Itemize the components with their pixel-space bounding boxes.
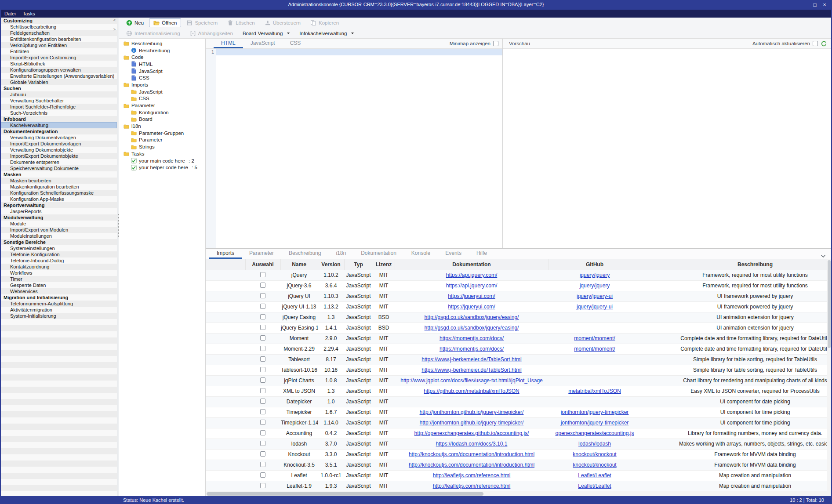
github-link[interactable]: jquery/jquery [580,272,610,278]
row-checkbox[interactable] [260,430,265,435]
column-header-beschreibung[interactable]: Beschreibung [641,259,827,270]
row-checkbox[interactable] [260,283,265,288]
tree-item-css[interactable]: CSS [119,95,205,102]
row-checkbox[interactable] [260,335,265,341]
doc-link[interactable]: https://www.j-berkemeier.de/TableSort.ht… [421,367,521,373]
row-checkbox[interactable] [260,304,265,309]
tree-item-html[interactable]: HTML [119,61,205,68]
doc-link[interactable]: https://api.jquery.com/ [446,283,498,289]
tree-item-javascript[interactable]: JavaScript [119,68,205,75]
doc-link[interactable]: https://jqueryui.com/ [448,293,495,299]
sidebar-item-skript-bibliothek[interactable]: Skript-Bibliothek [1,61,117,67]
sidebar-header-infoboard[interactable]: Infoboard [1,116,117,122]
sidebar-item-erweiterte-einstellungen-anwendungsvariablen[interactable]: Erweiterte Einstellungen (Anwendungsvari… [1,73,117,79]
toolbar-button-ffnen[interactable]: Öffnen [149,18,181,27]
bottom-tab-i18n[interactable]: i18n [328,249,353,259]
sidebar-item-gesperrte-daten[interactable]: Gesperrte Daten [1,282,117,288]
doc-link[interactable]: http://openexchangerates.github.io/accou… [414,430,529,436]
toolbar-button-neu[interactable]: Neu [122,18,148,27]
row-checkbox[interactable] [260,356,265,362]
tree-item-strings[interactable]: Strings [119,143,205,150]
github-link[interactable]: knockout/knockout [573,462,616,468]
sidebar-item-schl-sselbearbeitung[interactable]: Schlüsselbearbeitung [1,24,117,30]
sidebar-item-webservices[interactable]: Webservices [1,288,117,294]
row-checkbox[interactable] [260,483,265,488]
sidebar-item-masken-bearbeiten[interactable]: Masken bearbeiten [1,178,117,184]
tree-item-parameter-gruppen[interactable]: Parameter-Gruppen [119,130,205,137]
minimap-checkbox[interactable] [493,41,498,46]
sidebar-item-systemeinstellungen[interactable]: Systemeinstellungen [1,245,117,251]
sidebar-item-moduleinstellungen[interactable]: Moduleinstellungen [1,233,117,239]
toolbar-button-infokachelverwaltung[interactable]: Infokachelverwaltung [295,29,358,37]
tree-item-konfiguration[interactable]: Konfiguration [119,109,205,116]
bottom-tab-konsole[interactable]: Konsole [404,249,438,259]
editor-tab-html[interactable]: HTML [214,39,243,48]
column-header-github[interactable]: GitHub [549,259,641,270]
sidebar-splitter[interactable] [117,18,119,496]
doc-link[interactable]: http://knockoutjs.com/documentation/intr… [409,462,534,468]
column-header-dokumentation[interactable]: Dokumentation [395,259,549,270]
github-link[interactable]: openexchangerates/accounting.js [556,430,634,436]
code-editor-body[interactable]: 1 [206,49,502,248]
row-checkbox[interactable] [260,472,265,478]
sidebar-header-sonstige-bereiche[interactable]: Sonstige Bereiche [1,239,117,245]
row-checkbox[interactable] [260,399,265,404]
github-link[interactable]: Leaflet/Leaflet [578,483,611,489]
sidebar-item-verkn-pfung-von-entit-ten[interactable]: Verknüpfung von Entitäten [1,42,117,48]
doc-link[interactable]: https://momentjs.com/docs/ [440,335,504,341]
bottom-tab-events[interactable]: Events [438,249,469,259]
bottom-tab-parameter[interactable]: Parameter [242,249,281,259]
doc-link[interactable]: http://leafletjs.com/reference.html [433,483,511,489]
row-checkbox[interactable] [260,462,265,467]
sidebar-item-verwaltung-dokumentobjekte[interactable]: Verwaltung Dokumentobjekte [1,147,117,153]
column-header-auswahl[interactable]: Auswahl [245,259,280,270]
doc-link[interactable]: http://www.jqplot.com/docs/files/usage-t… [400,377,542,384]
doc-link[interactable]: http://jonthornton.github.io/jquery-time… [420,409,524,415]
row-checkbox[interactable] [260,441,265,446]
tree-item-your-helper-code-here[interactable]: your helper code here : 5 [119,164,205,171]
maximize-button[interactable]: □ [810,0,820,10]
table-vertical-scrollbar[interactable] [827,259,831,491]
auto-refresh-checkbox[interactable] [813,41,818,46]
doc-link[interactable]: https://momentjs.com/docs/ [440,346,504,352]
tree-item-tasks[interactable]: Tasks [119,150,205,157]
sidebar-item-verwaltung-suchbeh-lter[interactable]: Verwaltung Suchbehälter [1,98,117,104]
github-link[interactable]: moment/moment/ [574,335,615,341]
sidebar-item-timer[interactable]: Timer [1,276,117,282]
sidebar-item-aktivit-tenmigration[interactable]: Aktivitätenmigration [1,307,117,313]
toolbar-button-board-verwaltung[interactable]: Board-Verwaltung [238,29,294,37]
doc-link[interactable]: http://jonthornton.github.io/jquery-time… [420,420,524,426]
doc-link[interactable]: https://lodash.com/docs/3.10.1 [436,441,508,447]
row-checkbox[interactable] [260,388,265,393]
sidebar-item-kontaktzuordnung[interactable]: Kontaktzuordnung [1,264,117,270]
github-link[interactable]: Leaflet/Leaflet [578,472,611,479]
column-header-typ[interactable]: Typ [344,259,373,270]
sidebar-item-telefonie-inbound-dialog[interactable]: Telefonie-Inbound-Dialog [1,257,117,264]
tree-item-board[interactable]: Board [119,116,205,123]
sidebar-item-kachelverwaltung[interactable]: Kachelverwaltung [1,122,117,128]
sidebar-header-modulverwaltung[interactable]: Modulverwaltung [1,214,117,221]
minimize-button[interactable]: – [800,0,810,10]
sidebar-item-jasperreports[interactable]: JasperReports [1,208,117,214]
row-checkbox[interactable] [260,346,265,351]
doc-link[interactable]: http://knockoutjs.com/documentation/intr… [409,451,534,457]
doc-link[interactable]: https://github.com/metatribal/xmlToJSON [424,388,519,394]
vertical-scrollbar-thumb[interactable] [828,260,831,348]
tree-item-your-main-code-here[interactable]: your main code here : 2 [119,157,205,164]
sidebar-item-module[interactable]: Module [1,221,117,227]
sidebar-item-such-verzeichnis[interactable]: Such-Verzeichnis [1,110,117,116]
sidebar-header-suchen[interactable]: Suchen [1,85,117,91]
chevron-right-icon[interactable]: > [113,28,116,32]
sidebar-item-workflows[interactable]: Workflows [1,270,117,276]
sidebar-item-entit-tenkonfiguration-bearbeiten[interactable]: Entitätenkonfiguration bearbeiten [1,36,117,42]
github-link[interactable]: lodash/lodash [578,441,611,447]
chevron-left-icon[interactable]: < [113,18,116,22]
sidebar-item-import-export-von-modulen[interactable]: Import/Export von Modulen [1,227,117,233]
github-link[interactable]: jonthornton/jquery-timepicker [561,420,629,426]
row-checkbox[interactable] [260,325,265,330]
menu-item-tasks[interactable]: Tasks [19,11,39,16]
sidebar-item-import-export-dokumentvorlagen[interactable]: Import/Export Dokumentvorlagen [1,141,117,147]
tree-item-beschreibung[interactable]: Beschreibung [119,47,205,54]
doc-link[interactable]: https://api.jquery.com/ [446,272,498,278]
doc-link[interactable]: http://leafletjs.com/reference.html [433,472,511,479]
